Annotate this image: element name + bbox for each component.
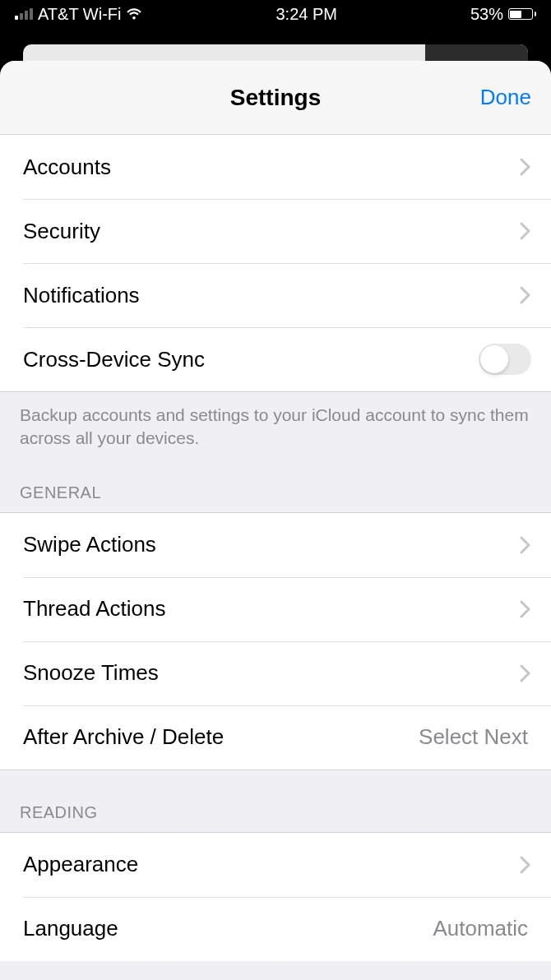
section-reading-group: Appearance Language Automatic (0, 832, 551, 961)
status-right: 53% (470, 5, 536, 24)
row-label: Cross-Device Sync (23, 347, 479, 372)
row-label: Snooze Times (23, 660, 520, 686)
cellular-signal-icon (15, 8, 33, 20)
row-notifications[interactable]: Notifications (0, 263, 551, 327)
row-accounts[interactable]: Accounts (0, 135, 551, 199)
row-label: Appearance (23, 852, 520, 877)
status-time: 3:24 PM (276, 5, 336, 24)
status-bar: AT&T Wi-Fi 3:24 PM 53% (0, 0, 551, 28)
row-value: Select Next (419, 724, 528, 750)
row-label: Swipe Actions (23, 532, 520, 557)
battery-icon (508, 8, 536, 20)
row-label: Security (23, 219, 520, 244)
chevron-right-icon (520, 600, 531, 618)
row-value: Automatic (433, 916, 528, 941)
wifi-icon (126, 8, 142, 21)
status-left: AT&T Wi-Fi (15, 5, 142, 24)
row-swipe-actions[interactable]: Swipe Actions (0, 513, 551, 577)
settings-sheet: Settings Done Accounts Security (0, 61, 551, 980)
chevron-right-icon (520, 286, 531, 304)
row-after-archive-delete[interactable]: After Archive / Delete Select Next (0, 705, 551, 770)
section-accounts-group: Accounts Security Notifications (0, 135, 551, 392)
chevron-right-icon (520, 158, 531, 176)
row-language[interactable]: Language Automatic (0, 897, 551, 961)
row-label: Language (23, 916, 433, 941)
row-cross-device-sync: Cross-Device Sync (0, 327, 551, 391)
chevron-right-icon (520, 222, 531, 240)
row-appearance[interactable]: Appearance (0, 833, 551, 897)
section-header-general: General (0, 451, 551, 512)
row-label: Thread Actions (23, 596, 520, 622)
carrier-label: AT&T Wi-Fi (38, 5, 121, 24)
section-header-reading: Reading (0, 770, 551, 832)
settings-content: Accounts Security Notifications (0, 135, 551, 980)
row-security[interactable]: Security (0, 199, 551, 263)
battery-percent: 53% (470, 5, 503, 24)
page-title: Settings (230, 85, 321, 111)
nav-bar: Settings Done (0, 61, 551, 135)
section-general-group: Swipe Actions Thread Actions Snooze Time… (0, 512, 551, 770)
done-button[interactable]: Done (480, 85, 531, 110)
chevron-right-icon (520, 536, 531, 554)
row-snooze-times[interactable]: Snooze Times (0, 641, 551, 705)
chevron-right-icon (520, 664, 531, 682)
chevron-right-icon (520, 856, 531, 874)
row-label: After Archive / Delete (23, 724, 419, 750)
row-label: Notifications (23, 283, 520, 308)
row-thread-actions[interactable]: Thread Actions (0, 577, 551, 641)
cross-device-sync-toggle[interactable] (479, 344, 531, 375)
section-footer: Backup accounts and settings to your iCl… (0, 392, 551, 451)
row-label: Accounts (23, 155, 520, 180)
